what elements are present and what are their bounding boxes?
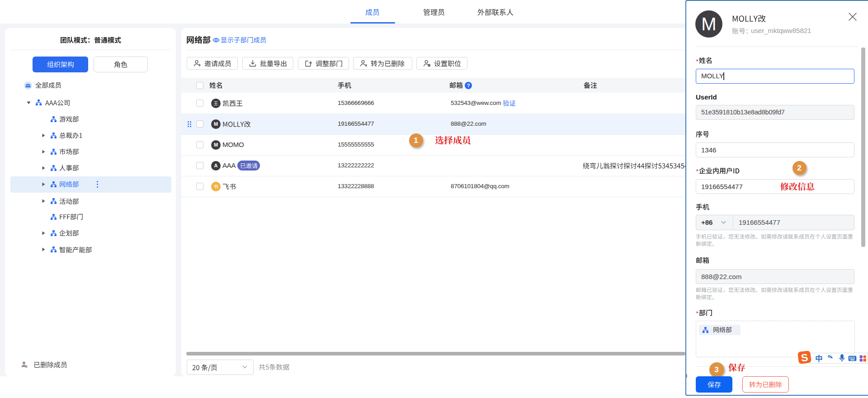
svg-text:M: M (213, 142, 217, 147)
svg-text:S: S (801, 351, 809, 364)
svg-text:?: ? (467, 82, 470, 88)
svg-text:M: M (213, 121, 217, 127)
svg-text:A: A (214, 163, 217, 168)
